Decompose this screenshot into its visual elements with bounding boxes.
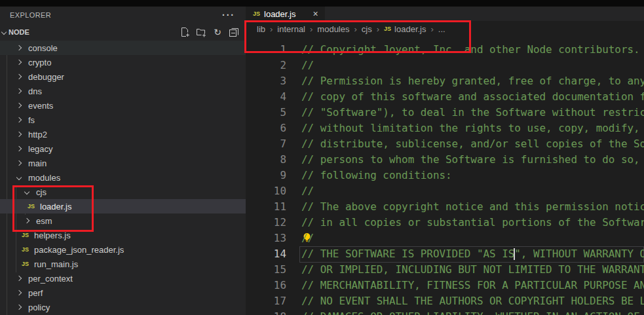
- js-file-icon: JS: [28, 203, 39, 210]
- node-section-title: NODE: [9, 28, 29, 36]
- tree-item-loader-js[interactable]: JSloader.js: [0, 199, 246, 213]
- breadcrumb-item-internal[interactable]: internal: [277, 24, 305, 34]
- tree-item-per-context[interactable]: per_context: [0, 271, 246, 286]
- tree-item-fs[interactable]: fs: [0, 113, 246, 127]
- tab-loader-js[interactable]: JS loader.js ×: [246, 7, 325, 21]
- breadcrumb-item-loader-js[interactable]: loader.js: [394, 24, 426, 34]
- refresh-icon[interactable]: ↻: [212, 27, 223, 37]
- js-file-icon: JS: [22, 232, 33, 238]
- breadcrumb-separator-icon: ›: [310, 24, 313, 34]
- chevron-right-icon: [13, 46, 25, 50]
- file-tree: console crypto debugger dns events fs ht…: [0, 41, 246, 314]
- vscode-window: EXPLORER ··· NODE ↻: [0, 0, 644, 315]
- breadcrumb-item-lib[interactable]: lib: [257, 24, 265, 34]
- tree-item-esm[interactable]: esm: [0, 213, 246, 228]
- code-line[interactable]: 4// copy of this software and associated…: [246, 89, 644, 105]
- close-icon[interactable]: ×: [313, 9, 318, 18]
- code-line[interactable]: 12// in all copies or substantial portio…: [246, 215, 644, 231]
- chevron-right-icon: [13, 276, 25, 280]
- code-line[interactable]: 11// The above copyright notice and this…: [246, 199, 644, 215]
- title-bar: [0, 0, 644, 7]
- code-line[interactable]: 15// OR IMPLIED, INCLUDING BUT NOT LIMIT…: [246, 262, 644, 278]
- chevron-down-icon: [1, 29, 7, 34]
- code-line[interactable]: 8// persons to whom the Software is furn…: [246, 152, 644, 168]
- explorer-panel-title: EXPLORER: [10, 11, 51, 19]
- code-line[interactable]: 1// Copyright Joyent, Inc. and other Nod…: [246, 42, 644, 58]
- code-line[interactable]: 5// "Software"), to deal in the Software…: [246, 105, 644, 120]
- chevron-right-icon: [13, 118, 25, 122]
- chevron-right-icon: [13, 103, 25, 107]
- chevron-right-icon: [13, 147, 25, 151]
- more-actions-icon[interactable]: ···: [222, 10, 235, 20]
- chevron-right-icon: [13, 291, 25, 295]
- chevron-down-icon: [21, 190, 33, 194]
- chevron-right-icon: [13, 60, 25, 64]
- tree-item-package-json-reader-js[interactable]: JSpackage_json_reader.js: [0, 242, 246, 257]
- new-folder-icon[interactable]: [196, 27, 206, 37]
- tree-item-cjs[interactable]: cjs: [0, 185, 246, 199]
- section-actions: ↻: [180, 27, 239, 37]
- code-line[interactable]: 3// Permission is hereby granted, free o…: [246, 73, 644, 89]
- breadcrumb-item-modules[interactable]: modules: [317, 24, 349, 34]
- tree-item-http2[interactable]: http2: [0, 127, 246, 141]
- explorer-panel-header: EXPLORER ···: [0, 7, 246, 23]
- new-file-icon[interactable]: [180, 27, 190, 37]
- js-file-icon: JS: [22, 261, 33, 267]
- tree-item-events[interactable]: events: [0, 98, 246, 113]
- breadcrumb-separator-icon: ›: [354, 24, 356, 34]
- editor-group: JS loader.js × lib › internal › modules …: [246, 7, 644, 315]
- code-line[interactable]: 2//: [246, 58, 644, 73]
- chevron-right-icon: [21, 219, 33, 223]
- explorer-sidebar: EXPLORER ··· NODE ↻: [0, 7, 246, 315]
- tab-bar: JS loader.js ×: [246, 7, 644, 21]
- tree-item-legacy[interactable]: legacy: [0, 141, 246, 156]
- tree-item-dns[interactable]: dns: [0, 84, 246, 98]
- breadcrumb-item-symbol-ellipsis[interactable]: ...: [438, 24, 445, 34]
- code-line[interactable]: 17// NO EVENT SHALL THE AUTHORS OR COPYR…: [246, 293, 644, 309]
- code-line[interactable]: 13//: [246, 231, 644, 246]
- tab-label: loader.js: [264, 9, 295, 19]
- breadcrumb: lib › internal › modules › cjs › JS load…: [246, 21, 644, 37]
- tree-item-console[interactable]: console: [0, 41, 246, 55]
- tree-item-debugger[interactable]: debugger: [0, 69, 246, 84]
- breadcrumb-item-cjs[interactable]: cjs: [362, 24, 372, 34]
- tree-item-policy[interactable]: policy: [0, 300, 246, 314]
- tree-item-crypto[interactable]: crypto: [0, 55, 246, 69]
- code-line[interactable]: 16// MERCHANTABILITY, FITNESS FOR A PART…: [246, 278, 644, 293]
- tree-item-helpers-js[interactable]: JShelpers.js: [0, 228, 246, 242]
- tree-item-modules[interactable]: modules: [0, 170, 246, 185]
- chevron-right-icon: [13, 132, 25, 136]
- node-section-header[interactable]: NODE ↻: [0, 23, 246, 41]
- js-file-icon: JS: [22, 246, 33, 253]
- code-line[interactable]: 10//: [246, 183, 644, 199]
- collapse-all-icon[interactable]: [229, 27, 239, 37]
- code-line[interactable]: 18// DAMAGES OR OTHER LIABILITY, WHETHER…: [246, 309, 644, 315]
- breadcrumb-separator-icon: ›: [270, 24, 273, 34]
- chevron-right-icon: [13, 305, 25, 309]
- code-line[interactable]: 6// without limitation the rights to use…: [246, 120, 644, 136]
- chevron-right-icon: [13, 89, 25, 93]
- chevron-right-icon: [13, 75, 25, 79]
- code-line-current[interactable]: 14// THE SOFTWARE IS PROVIDED "AS IS", W…: [246, 246, 644, 262]
- js-file-icon: JS: [253, 10, 260, 17]
- tree-item-run-main-js[interactable]: JSrun_main.js: [0, 257, 246, 271]
- chevron-right-icon: [13, 161, 25, 165]
- breadcrumb-separator-icon: ›: [377, 24, 379, 34]
- breadcrumb-separator-icon: ›: [431, 24, 434, 34]
- chevron-down-icon: [13, 176, 25, 179]
- js-file-icon: JS: [384, 26, 391, 32]
- code-area[interactable]: 1// Copyright Joyent, Inc. and other Nod…: [246, 37, 644, 315]
- tree-item-main[interactable]: main: [0, 156, 246, 170]
- tree-item-perf[interactable]: perf: [0, 286, 246, 300]
- code-line[interactable]: 7// distribute, sublicense, and/or sell …: [246, 136, 644, 152]
- code-line[interactable]: 9// following conditions:: [246, 168, 644, 183]
